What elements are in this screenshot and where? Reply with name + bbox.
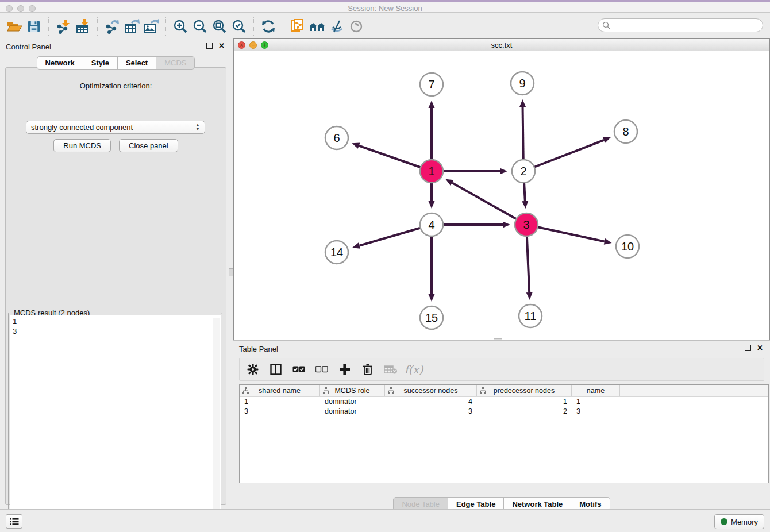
graph-node-7[interactable]: 7 (420, 73, 443, 96)
hide-panel-button[interactable] (327, 17, 346, 36)
delete-table-button[interactable] (383, 362, 398, 377)
task-history-button[interactable] (6, 514, 22, 529)
network-close-button[interactable]: × (238, 41, 245, 49)
search-box[interactable] (598, 18, 763, 32)
network-window-titlebar[interactable]: × − + scc.txt (234, 39, 769, 51)
save-session-button[interactable] (24, 17, 44, 36)
result-scrollbar[interactable] (213, 318, 220, 527)
column-header-name[interactable]: name (572, 385, 620, 396)
graph-edge-4-14[interactable] (352, 225, 432, 249)
graph-node-10[interactable]: 10 (616, 235, 639, 258)
result-line: 1 (13, 317, 218, 326)
toolbar-separator (97, 17, 98, 36)
import-network-button[interactable] (53, 17, 73, 36)
column-header-mcds-role[interactable]: MCDS role (320, 385, 385, 396)
graph-node-11[interactable]: 11 (519, 304, 542, 327)
columns-icon (270, 364, 282, 375)
tab-mcds[interactable]: MCDS (156, 56, 195, 70)
node-table: shared name MCDS role successor nodes pr… (239, 384, 769, 483)
network-graph[interactable]: 7968124314101511 (234, 51, 769, 340)
cell-shared-name[interactable]: 3 (240, 407, 320, 417)
cell-name[interactable]: 1 (572, 397, 620, 407)
graph-node-9[interactable]: 9 (511, 72, 534, 95)
toolbar-separator (165, 17, 166, 36)
column-selector-button[interactable] (268, 362, 283, 377)
close-panel-icon[interactable]: ✕ (218, 43, 225, 49)
zoom-in-button[interactable] (171, 17, 190, 36)
tree-icon (387, 387, 395, 394)
close-panel-button[interactable]: Close panel (119, 139, 178, 152)
tab-network[interactable]: Network (37, 56, 83, 70)
search-input[interactable] (613, 21, 763, 30)
cell-successor-nodes[interactable]: 4 (385, 397, 477, 407)
cell-predecessor-nodes[interactable]: 2 (477, 407, 572, 417)
table-row[interactable]: 1 dominator 4 1 1 (240, 397, 768, 407)
open-session-button[interactable] (5, 17, 24, 36)
cell-successor-nodes[interactable]: 3 (385, 407, 477, 417)
zoom-selected-button[interactable] (229, 17, 249, 36)
svg-text:15: 15 (425, 311, 438, 324)
import-network-icon (56, 19, 71, 34)
function-builder-button[interactable]: f(x) (406, 362, 421, 377)
export-network-button[interactable] (102, 17, 122, 36)
svg-text:14: 14 (330, 246, 343, 259)
select-all-button[interactable] (291, 362, 306, 377)
graph-node-15[interactable]: 15 (420, 306, 443, 329)
cell-predecessor-nodes[interactable]: 1 (477, 397, 572, 407)
optimization-criterion-label: Optimization criterion: (6, 82, 226, 90)
graph-node-14[interactable]: 14 (325, 241, 348, 264)
graph-node-3[interactable]: 3 (515, 213, 538, 236)
optimization-criterion-select[interactable]: strongly connected component ▲▼ (26, 121, 205, 134)
zoom-fit-button[interactable] (210, 17, 229, 36)
control-panel-header: Control Panel ✕ (0, 38, 232, 55)
cell-shared-name[interactable]: 1 (240, 397, 320, 407)
tab-style[interactable]: Style (83, 56, 118, 70)
delete-column-button[interactable] (360, 362, 375, 377)
toolbar-separator (253, 17, 254, 36)
tab-select[interactable]: Select (118, 56, 156, 70)
cell-mcds-role[interactable]: dominator (320, 397, 385, 407)
save-floppy-icon (27, 20, 41, 33)
run-mcds-button[interactable]: Run MCDS (53, 139, 111, 152)
table-settings-button[interactable] (245, 362, 260, 377)
graph-edge-3-1[interactable] (445, 179, 526, 225)
add-column-button[interactable] (337, 362, 352, 377)
refresh-view-button[interactable] (259, 17, 278, 36)
svg-text:4: 4 (428, 218, 434, 231)
clone-network-icon (290, 18, 305, 34)
graph-edge-1-6[interactable] (352, 142, 432, 171)
refresh-icon (261, 19, 276, 34)
mcds-result-textarea[interactable]: 1 3 (10, 315, 221, 528)
graph-node-6[interactable]: 6 (325, 126, 348, 149)
home-layout-button[interactable] (307, 17, 327, 36)
graph-node-2[interactable]: 2 (512, 160, 535, 183)
clone-network-button[interactable] (288, 17, 307, 36)
gear-icon (247, 364, 259, 375)
close-table-panel-icon[interactable]: ✕ (757, 345, 763, 351)
column-header-shared-name[interactable]: shared name (240, 385, 320, 396)
graph-edge-2-8[interactable] (523, 137, 611, 171)
export-table-button[interactable] (122, 17, 141, 36)
table-row[interactable]: 3 dominator 3 2 3 (240, 407, 768, 417)
float-table-panel-icon[interactable] (745, 345, 751, 351)
graph-node-4[interactable]: 4 (420, 213, 443, 236)
network-minimize-button[interactable]: − (249, 41, 257, 49)
graph-node-1[interactable]: 1 (420, 160, 443, 183)
column-header-predecessor-nodes[interactable]: predecessor nodes (477, 385, 572, 396)
cell-name[interactable]: 3 (572, 407, 620, 417)
checked-boxes-icon (292, 366, 305, 373)
float-panel-icon[interactable] (206, 43, 213, 49)
export-image-button[interactable] (141, 17, 161, 36)
import-table-button[interactable] (73, 17, 93, 36)
memory-button[interactable]: Memory (714, 514, 764, 529)
show-eye-button[interactable] (346, 17, 366, 36)
zoom-out-button[interactable] (190, 17, 210, 36)
network-maximize-button[interactable]: + (261, 41, 268, 49)
tree-icon (322, 387, 330, 394)
cell-mcds-role[interactable]: dominator (320, 407, 385, 417)
graph-node-8[interactable]: 8 (614, 120, 637, 143)
network-canvas[interactable]: 7968124314101511 (234, 51, 769, 340)
column-header-successor-nodes[interactable]: successor nodes (385, 385, 477, 396)
unselect-all-button[interactable] (314, 362, 329, 377)
graph-edge-3-10[interactable] (526, 225, 612, 245)
